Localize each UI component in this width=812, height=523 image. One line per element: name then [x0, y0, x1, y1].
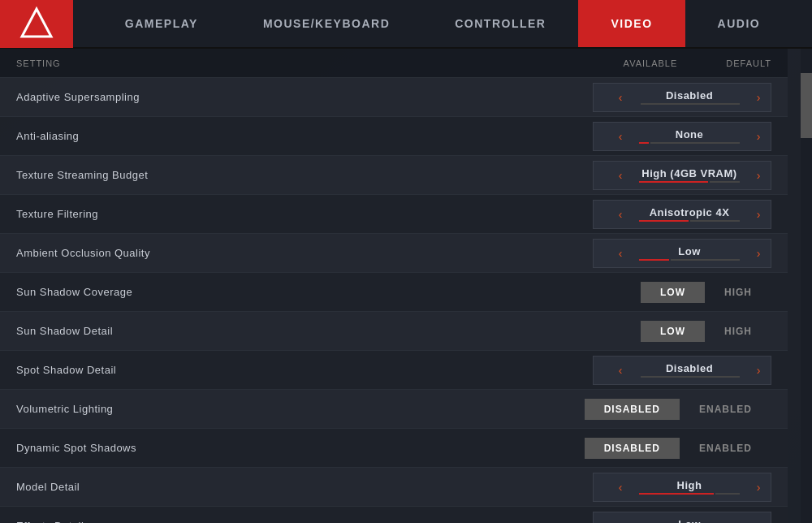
content-area: SETTING AVAILABLE DEFAULT Adaptive Super…	[0, 49, 812, 523]
apex-logo-icon	[19, 6, 54, 41]
arrow-right-spot-shadow-detail[interactable]: ›	[746, 357, 771, 384]
setting-label-anti-aliasing: Anti-aliasing	[16, 130, 593, 142]
toggle-btn2-sun-shadow-detail[interactable]: High	[705, 321, 771, 342]
arrow-control-texture-streaming-budget: ‹High (4GB VRAM)›	[593, 161, 771, 190]
toggle-btn1-volumetric-lighting[interactable]: Disabled	[585, 399, 680, 420]
logo-area	[0, 0, 73, 48]
arrow-left-ambient-occlusion-quality[interactable]: ‹	[608, 240, 633, 267]
tab-gameplay[interactable]: GAMEPLAY	[93, 0, 231, 47]
arrow-right-ambient-occlusion-quality[interactable]: ›	[746, 240, 771, 267]
value-display-spot-shadow-detail: Disabled	[633, 359, 746, 381]
header-controls: AVAILABLE DEFAULT	[593, 58, 771, 68]
arrow-right-adaptive-supersampling[interactable]: ›	[746, 84, 771, 111]
arrow-left-anti-aliasing[interactable]: ‹	[608, 123, 633, 150]
setting-label-texture-filtering: Texture Filtering	[16, 208, 593, 220]
value-bar-ambient-occlusion-quality	[639, 259, 740, 261]
toggle-btn1-dynamic-spot-shadows[interactable]: Disabled	[585, 438, 680, 459]
setting-label-sun-shadow-coverage: Sun Shadow Coverage	[16, 286, 593, 298]
setting-row-model-detail: Model Detail‹High›	[0, 468, 788, 507]
setting-row-effects-detail: Effects Detail‹Low›	[0, 507, 788, 523]
tab-video[interactable]: VIDEO	[578, 0, 685, 47]
settings-panel: SETTING AVAILABLE DEFAULT Adaptive Super…	[0, 49, 801, 523]
svg-rect-2	[34, 22, 39, 32]
setting-row-volumetric-lighting: Volumetric LightingDisabledEnabled	[0, 390, 788, 429]
arrow-right-model-detail[interactable]: ›	[746, 473, 771, 501]
tab-mouse-keyboard[interactable]: MOUSE/KEYBOARD	[231, 0, 422, 47]
toggle-control-volumetric-lighting: DisabledEnabled	[585, 399, 771, 420]
arrow-left-texture-streaming-budget[interactable]: ‹	[608, 162, 633, 189]
setting-row-sun-shadow-coverage: Sun Shadow CoverageLowHigh	[0, 273, 788, 312]
nav-bar: GAMEPLAY MOUSE/KEYBOARD CONTROLLER VIDEO…	[0, 0, 812, 49]
value-text-spot-shadow-detail: Disabled	[639, 362, 740, 374]
value-display-effects-detail: Low	[633, 515, 746, 523]
value-display-ambient-occlusion-quality: Low	[633, 242, 746, 264]
setting-label-adaptive-supersampling: Adaptive Supersampling	[16, 91, 593, 103]
toggle-btn1-sun-shadow-detail[interactable]: Low	[641, 321, 705, 342]
arrow-control-effects-detail: ‹Low›	[593, 512, 771, 524]
value-bar-model-detail	[639, 493, 740, 495]
value-display-texture-streaming-budget: High (4GB VRAM)	[633, 164, 746, 186]
toggle-control-sun-shadow-coverage: LowHigh	[593, 282, 771, 303]
toggle-btn2-dynamic-spot-shadows[interactable]: Enabled	[680, 438, 771, 459]
value-text-texture-streaming-budget: High (4GB VRAM)	[639, 167, 740, 179]
setting-row-ambient-occlusion-quality: Ambient Occlusion Quality‹Low›	[0, 234, 788, 273]
setting-label-texture-streaming-budget: Texture Streaming Budget	[16, 169, 593, 181]
setting-label-spot-shadow-detail: Spot Shadow Detail	[16, 364, 593, 376]
settings-scroll[interactable]: SETTING AVAILABLE DEFAULT Adaptive Super…	[0, 49, 801, 523]
value-bar-texture-streaming-budget	[639, 181, 740, 183]
arrow-left-effects-detail[interactable]: ‹	[608, 512, 633, 524]
toggle-btn2-sun-shadow-coverage[interactable]: High	[705, 282, 771, 303]
value-text-anti-aliasing: None	[639, 128, 740, 140]
toggle-control-dynamic-spot-shadows: DisabledEnabled	[585, 438, 771, 459]
setting-row-dynamic-spot-shadows: Dynamic Spot ShadowsDisabledEnabled	[0, 429, 788, 468]
tab-controller[interactable]: CONTROLLER	[422, 0, 578, 47]
value-display-texture-filtering: Anisotropic 4X	[633, 203, 746, 225]
setting-label-ambient-occlusion-quality: Ambient Occlusion Quality	[16, 247, 593, 259]
header-available-col: AVAILABLE	[624, 58, 678, 68]
toggle-btn2-volumetric-lighting[interactable]: Enabled	[680, 399, 771, 420]
setting-label-dynamic-spot-shadows: Dynamic Spot Shadows	[16, 442, 585, 454]
arrow-control-ambient-occlusion-quality: ‹Low›	[593, 239, 771, 268]
setting-row-sun-shadow-detail: Sun Shadow DetailLowHigh	[0, 312, 788, 351]
arrow-control-anti-aliasing: ‹None›	[593, 122, 771, 151]
value-display-adaptive-supersampling: Disabled	[633, 86, 746, 108]
toggle-btn1-sun-shadow-coverage[interactable]: Low	[641, 282, 705, 303]
setting-label-model-detail: Model Detail	[16, 481, 593, 493]
header-row: SETTING AVAILABLE DEFAULT	[0, 49, 788, 78]
setting-label-sun-shadow-detail: Sun Shadow Detail	[16, 325, 593, 337]
arrow-left-adaptive-supersampling[interactable]: ‹	[608, 84, 633, 111]
setting-row-texture-streaming-budget: Texture Streaming Budget‹High (4GB VRAM)…	[0, 156, 788, 195]
arrow-control-texture-filtering: ‹Anisotropic 4X›	[593, 200, 771, 229]
setting-label-volumetric-lighting: Volumetric Lighting	[16, 403, 585, 415]
scrollbar-track[interactable]	[801, 49, 812, 523]
arrow-right-effects-detail[interactable]: ›	[746, 512, 771, 524]
toggle-control-sun-shadow-detail: LowHigh	[593, 321, 771, 342]
arrow-left-model-detail[interactable]: ‹	[608, 473, 633, 501]
arrow-right-anti-aliasing[interactable]: ›	[746, 123, 771, 150]
setting-label-effects-detail: Effects Detail	[16, 520, 593, 523]
setting-row-spot-shadow-detail: Spot Shadow Detail‹Disabled›	[0, 351, 788, 390]
header-default-col: DEFAULT	[726, 58, 771, 68]
arrow-left-spot-shadow-detail[interactable]: ‹	[608, 357, 633, 384]
arrow-left-texture-filtering[interactable]: ‹	[608, 201, 633, 228]
header-setting-col: SETTING	[16, 58, 593, 68]
value-bar-adaptive-supersampling	[639, 103, 740, 105]
value-display-anti-aliasing: None	[633, 125, 746, 147]
value-bar-anti-aliasing	[639, 142, 740, 144]
arrow-control-spot-shadow-detail: ‹Disabled›	[593, 356, 771, 385]
tab-audio[interactable]: AUDIO	[685, 0, 793, 47]
value-text-effects-detail: Low	[639, 518, 740, 523]
setting-row-adaptive-supersampling: Adaptive Supersampling‹Disabled›	[0, 78, 788, 117]
value-text-ambient-occlusion-quality: Low	[639, 245, 740, 257]
setting-row-texture-filtering: Texture Filtering‹Anisotropic 4X›	[0, 195, 788, 234]
arrow-right-texture-filtering[interactable]: ›	[746, 201, 771, 228]
arrow-right-texture-streaming-budget[interactable]: ›	[746, 162, 771, 189]
value-display-model-detail: High	[633, 476, 746, 498]
value-text-model-detail: High	[639, 479, 740, 491]
scrollbar-thumb[interactable]	[801, 73, 812, 138]
value-text-texture-filtering: Anisotropic 4X	[639, 206, 740, 218]
arrow-control-model-detail: ‹High›	[593, 473, 771, 502]
arrow-control-adaptive-supersampling: ‹Disabled›	[593, 83, 771, 112]
settings-container: Adaptive Supersampling‹Disabled›Anti-ali…	[0, 78, 788, 523]
nav-tabs: GAMEPLAY MOUSE/KEYBOARD CONTROLLER VIDEO…	[73, 0, 812, 47]
